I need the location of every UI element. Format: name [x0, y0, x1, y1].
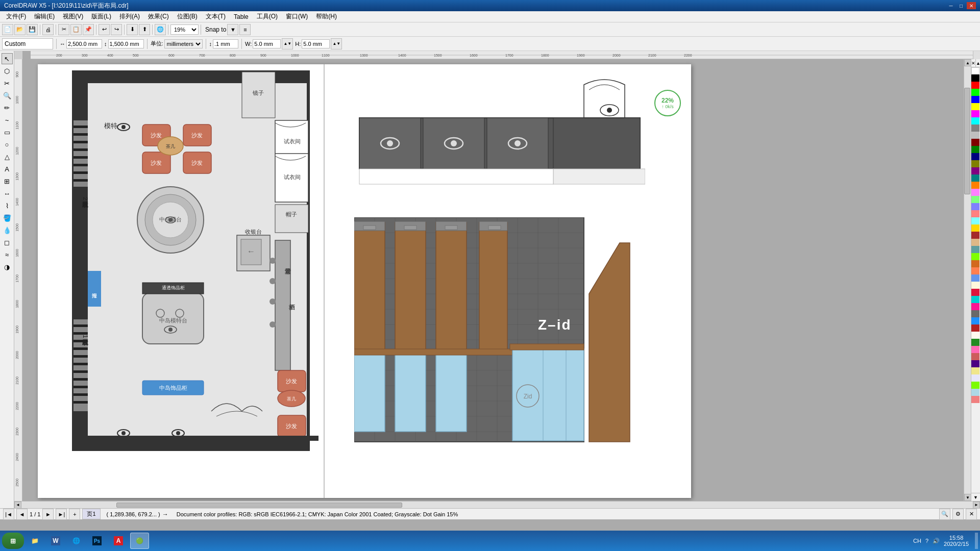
- color-forestgreen[interactable]: [971, 339, 979, 346]
- save-button[interactable]: 💾: [27, 24, 38, 35]
- palette-scroll-down[interactable]: ▼: [971, 493, 980, 501]
- page-tab1[interactable]: 页1: [82, 509, 100, 519]
- color-lightblue2[interactable]: [971, 389, 979, 396]
- zoom-tool[interactable]: 🔍: [2, 90, 13, 101]
- palette-scroll-up[interactable]: ▲: [976, 59, 980, 67]
- color-red[interactable]: [971, 82, 979, 89]
- maximize-button[interactable]: □: [957, 2, 966, 9]
- menu-window[interactable]: 窗口(W): [282, 11, 312, 22]
- status-close[interactable]: ✕: [966, 509, 977, 520]
- close-button[interactable]: ✕: [967, 2, 976, 9]
- color-olive[interactable]: [971, 160, 979, 167]
- taskbar-corel[interactable]: 🟢: [130, 533, 149, 549]
- h-input[interactable]: [302, 39, 330, 48]
- color-brown[interactable]: [971, 232, 979, 239]
- zoom-level-select[interactable]: 19% 100%50%25%200%: [170, 24, 199, 35]
- paste-button[interactable]: 📌: [83, 24, 94, 35]
- menu-tools[interactable]: 工具(O): [253, 11, 282, 22]
- shape-tool[interactable]: ⬡: [2, 65, 13, 77]
- horizontal-scrollbar[interactable]: ◄ ►: [14, 501, 980, 508]
- vertical-scrollbar[interactable]: ▲ ▼: [964, 59, 971, 501]
- h-spinner[interactable]: ▲▼: [331, 38, 342, 49]
- page-last[interactable]: ►|: [56, 509, 67, 520]
- color-burlywood[interactable]: [971, 239, 979, 246]
- color-lightred[interactable]: [971, 210, 979, 217]
- menu-edit[interactable]: 编辑(E): [30, 11, 59, 22]
- color-gold[interactable]: [971, 224, 979, 232]
- page-add[interactable]: +: [69, 509, 80, 520]
- export-button[interactable]: ⬆: [139, 24, 150, 35]
- color-lime[interactable]: [971, 89, 979, 96]
- text-tool[interactable]: A: [2, 163, 13, 174]
- print-button[interactable]: 🖨: [42, 24, 54, 35]
- taskbar-chrome[interactable]: 🌐: [67, 533, 85, 549]
- color-eyedropper[interactable]: 💧: [2, 224, 13, 236]
- show-desktop[interactable]: [975, 533, 978, 549]
- color-white[interactable]: [971, 67, 979, 74]
- y-input[interactable]: [108, 39, 144, 48]
- transparency-tool[interactable]: ◑: [2, 261, 13, 272]
- color-firebrick[interactable]: [971, 324, 979, 332]
- vscroll-thumb[interactable]: [964, 88, 970, 195]
- color-yellow[interactable]: [971, 103, 979, 110]
- dimension-tool[interactable]: ↔: [2, 188, 13, 199]
- color-chartreuse[interactable]: [971, 253, 979, 260]
- unit-select[interactable]: millimetersinchespixels: [164, 39, 203, 48]
- vscroll-track[interactable]: [964, 66, 971, 494]
- menu-layout[interactable]: 版面(L): [87, 11, 115, 22]
- freehand-tool[interactable]: ✏: [2, 102, 13, 113]
- color-lavender[interactable]: [971, 374, 979, 382]
- new-button[interactable]: 📄: [2, 24, 13, 35]
- color-gray[interactable]: [971, 124, 979, 132]
- hscroll-track[interactable]: [21, 502, 973, 508]
- menu-view[interactable]: 视图(V): [59, 11, 87, 22]
- color-green[interactable]: [971, 146, 979, 153]
- menu-effects[interactable]: 效果(C): [144, 11, 173, 22]
- taskbar-word[interactable]: W: [46, 533, 65, 549]
- w-spinner[interactable]: ▲▼: [282, 38, 293, 49]
- color-coral[interactable]: [971, 267, 979, 274]
- color-navy[interactable]: [971, 153, 979, 160]
- taskbar-autocad[interactable]: A: [109, 533, 128, 549]
- page-first[interactable]: |◄: [3, 509, 14, 520]
- polygon-tool[interactable]: △: [2, 151, 13, 162]
- x-input[interactable]: [66, 39, 102, 48]
- canvas[interactable]: ← 中岛饰品: [22, 59, 964, 501]
- blend-tool[interactable]: ≈: [2, 249, 13, 260]
- color-pink[interactable]: [971, 189, 979, 196]
- page-next[interactable]: ►: [42, 509, 54, 520]
- color-lightcoral[interactable]: [971, 396, 979, 403]
- snap-dropdown[interactable]: ▼: [227, 24, 238, 35]
- color-darkturquoise[interactable]: [971, 296, 979, 303]
- table-tool[interactable]: ⊞: [2, 176, 13, 187]
- options-button[interactable]: ≡: [239, 24, 251, 35]
- color-chocolate[interactable]: [971, 260, 979, 267]
- color-maroon[interactable]: [971, 139, 979, 146]
- crop-tool[interactable]: ✂: [2, 78, 13, 89]
- menu-arrange[interactable]: 排列(A): [115, 11, 144, 22]
- menu-bitmap[interactable]: 位图(B): [173, 11, 202, 22]
- menu-file[interactable]: 文件(F): [2, 11, 30, 22]
- color-black[interactable]: [971, 74, 979, 82]
- outline-tool[interactable]: ◻: [2, 237, 13, 248]
- rect-tool[interactable]: ▭: [2, 127, 13, 138]
- w-input[interactable]: [253, 39, 281, 48]
- color-hotpink[interactable]: [971, 346, 979, 353]
- cut-button[interactable]: ✂: [58, 24, 69, 35]
- ellipse-tool[interactable]: ○: [2, 139, 13, 150]
- hscroll-right[interactable]: ►: [973, 502, 980, 509]
- select-tool[interactable]: ↖: [2, 53, 13, 64]
- taskbar-photoshop[interactable]: Ps: [87, 533, 107, 549]
- page-prev[interactable]: ◄: [16, 509, 28, 520]
- color-teal[interactable]: [971, 174, 979, 182]
- taskbar-explorer[interactable]: 📁: [26, 533, 44, 549]
- color-lightcyan[interactable]: [971, 217, 979, 224]
- color-lightgreen[interactable]: [971, 196, 979, 203]
- corel-online[interactable]: 🌐: [155, 24, 166, 35]
- open-button[interactable]: 📂: [14, 24, 26, 35]
- start-button[interactable]: ⊞: [2, 533, 24, 549]
- color-lawngreen[interactable]: [971, 382, 979, 389]
- menu-text[interactable]: 文本(T): [202, 11, 230, 22]
- copy-button[interactable]: 📋: [70, 24, 82, 35]
- zoom-fit[interactable]: 🔍: [939, 509, 950, 520]
